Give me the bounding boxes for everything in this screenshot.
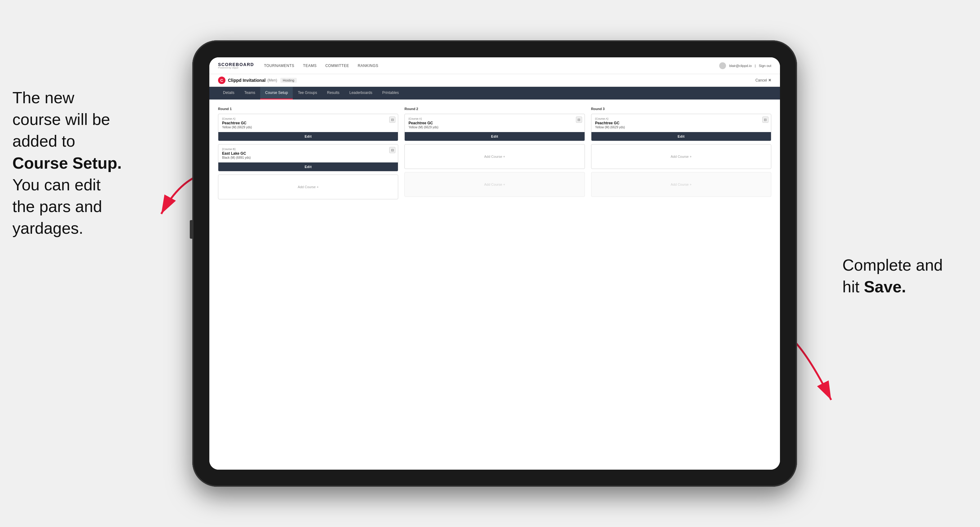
nav-separator: | xyxy=(755,64,756,68)
round-1-add-course[interactable]: Add Course + xyxy=(218,175,398,199)
round-1-course-b-card: (Course B) East Lake GC Black (M) (6891 … xyxy=(218,144,398,171)
cancel-x-icon: ✕ xyxy=(768,78,771,83)
round-3-course-a-card: (Course A) Peachtree GC Yellow (M) (6629… xyxy=(591,114,771,141)
round-2-course-a-edit[interactable]: Edit xyxy=(405,132,584,141)
round-3-add-course-label: Add Course + xyxy=(671,155,692,159)
tab-navigation: Details Teams Course Setup Tee Groups Re… xyxy=(209,87,780,100)
brand-name: SCOREBOARD xyxy=(218,62,254,67)
round-1-course-a-tag: (Course A) xyxy=(222,117,394,120)
round-1-course-a-card: (Course A) Peachtree GC Yellow (M) (6629… xyxy=(218,114,398,141)
tournament-bar: C Clippd Invitational (Men) Hosting Canc… xyxy=(209,74,780,87)
round-3-course-a-delete[interactable]: ⊟ xyxy=(762,117,768,123)
round-2-course-a-card: (Course A) Peachtree GC Yellow (M) (6629… xyxy=(404,114,585,141)
main-content: Round 1 (Course A) Peachtree GC Yellow (… xyxy=(209,100,780,470)
round-1-course-a-tee: Yellow (M) (6629 yds) xyxy=(222,125,394,129)
round-1-course-a-name: Peachtree GC xyxy=(222,121,394,125)
tournament-name: Clippd Invitational xyxy=(228,78,266,83)
tablet-side-button xyxy=(190,220,193,239)
nav-right: blair@clippd.io | Sign out xyxy=(719,62,771,69)
annotation-left: The new course will be added to Course S… xyxy=(13,87,122,239)
round-3-course-a-name: Peachtree GC xyxy=(595,121,767,125)
nav-tournaments[interactable]: TOURNAMENTS xyxy=(264,62,294,69)
cancel-button[interactable]: Cancel ✕ xyxy=(756,78,771,83)
round-2-add-course-label: Add Course + xyxy=(484,155,505,159)
round-2-add-course[interactable]: Add Course + xyxy=(404,144,585,169)
round-2-course-a-delete[interactable]: ⊟ xyxy=(576,117,582,123)
main-nav: TOURNAMENTS TEAMS COMMITTEE RANKINGS xyxy=(264,62,719,69)
round-3-course-a-tee: Yellow (M) (6629 yds) xyxy=(595,125,767,129)
sign-out-link[interactable]: Sign out xyxy=(759,64,771,68)
tab-results[interactable]: Results xyxy=(322,87,344,100)
round-3-label: Round 3 xyxy=(591,107,771,111)
round-2-add-course-disabled-label: Add Course + xyxy=(484,183,505,186)
round-1-add-course-label: Add Course + xyxy=(298,185,319,189)
round-1-course-a-delete[interactable]: ⊟ xyxy=(389,117,395,123)
round-3-add-course[interactable]: Add Course + xyxy=(591,144,771,169)
tab-course-setup[interactable]: Course Setup xyxy=(260,87,293,100)
round-2-column: Round 2 (Course A) Peachtree GC Yellow (… xyxy=(404,107,585,202)
avatar xyxy=(719,62,726,69)
hosting-badge: Hosting xyxy=(280,78,297,83)
tournament-gender: (Men) xyxy=(267,78,277,83)
round-2-add-course-disabled: Add Course + xyxy=(404,172,585,197)
round-2-course-a-tag: (Course A) xyxy=(409,117,581,120)
round-2-course-a-name: Peachtree GC xyxy=(409,121,581,125)
user-email: blair@clippd.io xyxy=(729,64,751,68)
nav-rankings[interactable]: RANKINGS xyxy=(358,62,379,69)
tab-details[interactable]: Details xyxy=(218,87,239,100)
rounds-grid: Round 1 (Course A) Peachtree GC Yellow (… xyxy=(218,107,771,202)
round-1-label: Round 1 xyxy=(218,107,398,111)
nav-teams[interactable]: TEAMS xyxy=(303,62,317,69)
tournament-logo: C xyxy=(218,76,226,84)
round-1-course-b-edit[interactable]: Edit xyxy=(218,162,398,171)
tablet-screen: SCOREBOARD Powered by clippd TOURNAMENTS… xyxy=(209,57,780,470)
top-nav: SCOREBOARD Powered by clippd TOURNAMENTS… xyxy=(209,57,780,74)
tablet-shell: SCOREBOARD Powered by clippd TOURNAMENTS… xyxy=(192,40,797,487)
round-3-course-a-tag: (Course A) xyxy=(595,117,767,120)
round-1-course-b-delete[interactable]: ⊟ xyxy=(389,147,395,153)
powered-by: Powered by clippd xyxy=(218,67,254,69)
round-3-course-a-edit[interactable]: Edit xyxy=(592,132,771,141)
annotation-right: Complete and hit Save. xyxy=(842,254,943,298)
tab-tee-groups[interactable]: Tee Groups xyxy=(293,87,322,100)
round-1-course-b-tag: (Course B) xyxy=(222,148,394,151)
round-3-column: Round 3 (Course A) Peachtree GC Yellow (… xyxy=(591,107,771,202)
nav-committee[interactable]: COMMITTEE xyxy=(325,62,349,69)
round-1-course-a-edit[interactable]: Edit xyxy=(218,132,398,141)
tab-printables[interactable]: Printables xyxy=(377,87,404,100)
round-2-course-a-tee: Yellow (M) (6629 yds) xyxy=(409,125,581,129)
round-2-label: Round 2 xyxy=(404,107,585,111)
round-3-add-course-disabled-label: Add Course + xyxy=(671,183,692,186)
round-1-course-b-tee: Black (M) (6891 yds) xyxy=(222,156,394,159)
tab-leaderboards[interactable]: Leaderboards xyxy=(344,87,377,100)
round-1-course-b-name: East Lake GC xyxy=(222,151,394,156)
tab-teams[interactable]: Teams xyxy=(239,87,260,100)
round-3-add-course-disabled: Add Course + xyxy=(591,172,771,197)
brand-logo: SCOREBOARD Powered by clippd xyxy=(218,62,254,69)
round-1-column: Round 1 (Course A) Peachtree GC Yellow (… xyxy=(218,107,398,202)
